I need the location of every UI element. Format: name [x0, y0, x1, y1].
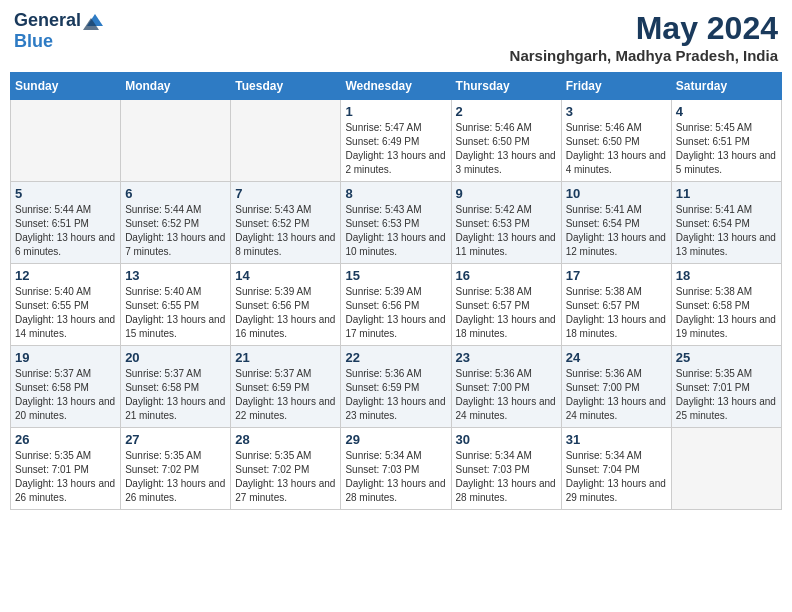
calendar-cell: 16Sunrise: 5:38 AMSunset: 6:57 PMDayligh… — [451, 264, 561, 346]
cell-info: Sunrise: 5:40 AMSunset: 6:55 PMDaylight:… — [15, 285, 116, 341]
calendar-cell: 8Sunrise: 5:43 AMSunset: 6:53 PMDaylight… — [341, 182, 451, 264]
cell-info: Sunrise: 5:41 AMSunset: 6:54 PMDaylight:… — [566, 203, 667, 259]
calendar-cell: 10Sunrise: 5:41 AMSunset: 6:54 PMDayligh… — [561, 182, 671, 264]
day-number: 6 — [125, 186, 226, 201]
calendar-cell: 19Sunrise: 5:37 AMSunset: 6:58 PMDayligh… — [11, 346, 121, 428]
cell-info: Sunrise: 5:43 AMSunset: 6:53 PMDaylight:… — [345, 203, 446, 259]
day-number: 20 — [125, 350, 226, 365]
day-number: 26 — [15, 432, 116, 447]
cell-info: Sunrise: 5:36 AMSunset: 7:00 PMDaylight:… — [456, 367, 557, 423]
day-number: 5 — [15, 186, 116, 201]
calendar-cell: 24Sunrise: 5:36 AMSunset: 7:00 PMDayligh… — [561, 346, 671, 428]
calendar-table: SundayMondayTuesdayWednesdayThursdayFrid… — [10, 72, 782, 510]
cell-info: Sunrise: 5:37 AMSunset: 6:58 PMDaylight:… — [15, 367, 116, 423]
calendar-cell: 13Sunrise: 5:40 AMSunset: 6:55 PMDayligh… — [121, 264, 231, 346]
cell-info: Sunrise: 5:40 AMSunset: 6:55 PMDaylight:… — [125, 285, 226, 341]
cell-info: Sunrise: 5:43 AMSunset: 6:52 PMDaylight:… — [235, 203, 336, 259]
page-header: General Blue May 2024 Narsinghgarh, Madh… — [10, 10, 782, 64]
calendar-cell: 27Sunrise: 5:35 AMSunset: 7:02 PMDayligh… — [121, 428, 231, 510]
cell-info: Sunrise: 5:34 AMSunset: 7:03 PMDaylight:… — [345, 449, 446, 505]
cell-info: Sunrise: 5:35 AMSunset: 7:02 PMDaylight:… — [125, 449, 226, 505]
cell-info: Sunrise: 5:34 AMSunset: 7:03 PMDaylight:… — [456, 449, 557, 505]
calendar-header-row: SundayMondayTuesdayWednesdayThursdayFrid… — [11, 73, 782, 100]
calendar-cell: 2Sunrise: 5:46 AMSunset: 6:50 PMDaylight… — [451, 100, 561, 182]
day-number: 23 — [456, 350, 557, 365]
day-number: 12 — [15, 268, 116, 283]
cell-info: Sunrise: 5:44 AMSunset: 6:52 PMDaylight:… — [125, 203, 226, 259]
calendar-cell: 26Sunrise: 5:35 AMSunset: 7:01 PMDayligh… — [11, 428, 121, 510]
cell-info: Sunrise: 5:35 AMSunset: 7:01 PMDaylight:… — [676, 367, 777, 423]
cell-info: Sunrise: 5:37 AMSunset: 6:58 PMDaylight:… — [125, 367, 226, 423]
cell-info: Sunrise: 5:39 AMSunset: 6:56 PMDaylight:… — [235, 285, 336, 341]
calendar-cell: 12Sunrise: 5:40 AMSunset: 6:55 PMDayligh… — [11, 264, 121, 346]
calendar-cell: 29Sunrise: 5:34 AMSunset: 7:03 PMDayligh… — [341, 428, 451, 510]
day-number: 21 — [235, 350, 336, 365]
day-of-week-header: Saturday — [671, 73, 781, 100]
calendar-cell: 1Sunrise: 5:47 AMSunset: 6:49 PMDaylight… — [341, 100, 451, 182]
calendar-cell — [11, 100, 121, 182]
calendar-cell: 7Sunrise: 5:43 AMSunset: 6:52 PMDaylight… — [231, 182, 341, 264]
day-number: 14 — [235, 268, 336, 283]
location-subtitle: Narsinghgarh, Madhya Pradesh, India — [510, 47, 778, 64]
calendar-cell: 6Sunrise: 5:44 AMSunset: 6:52 PMDaylight… — [121, 182, 231, 264]
day-number: 24 — [566, 350, 667, 365]
day-number: 27 — [125, 432, 226, 447]
day-number: 18 — [676, 268, 777, 283]
title-section: May 2024 Narsinghgarh, Madhya Pradesh, I… — [510, 10, 778, 64]
day-of-week-header: Wednesday — [341, 73, 451, 100]
calendar-cell: 5Sunrise: 5:44 AMSunset: 6:51 PMDaylight… — [11, 182, 121, 264]
cell-info: Sunrise: 5:35 AMSunset: 7:01 PMDaylight:… — [15, 449, 116, 505]
day-number: 9 — [456, 186, 557, 201]
month-year-title: May 2024 — [510, 10, 778, 47]
cell-info: Sunrise: 5:42 AMSunset: 6:53 PMDaylight:… — [456, 203, 557, 259]
calendar-week-row: 12Sunrise: 5:40 AMSunset: 6:55 PMDayligh… — [11, 264, 782, 346]
day-number: 16 — [456, 268, 557, 283]
cell-info: Sunrise: 5:38 AMSunset: 6:58 PMDaylight:… — [676, 285, 777, 341]
calendar-cell: 14Sunrise: 5:39 AMSunset: 6:56 PMDayligh… — [231, 264, 341, 346]
cell-info: Sunrise: 5:36 AMSunset: 6:59 PMDaylight:… — [345, 367, 446, 423]
day-number: 25 — [676, 350, 777, 365]
calendar-cell: 15Sunrise: 5:39 AMSunset: 6:56 PMDayligh… — [341, 264, 451, 346]
logo-icon — [83, 12, 105, 30]
day-number: 31 — [566, 432, 667, 447]
day-number: 3 — [566, 104, 667, 119]
calendar-week-row: 1Sunrise: 5:47 AMSunset: 6:49 PMDaylight… — [11, 100, 782, 182]
day-number: 4 — [676, 104, 777, 119]
calendar-cell: 3Sunrise: 5:46 AMSunset: 6:50 PMDaylight… — [561, 100, 671, 182]
cell-info: Sunrise: 5:46 AMSunset: 6:50 PMDaylight:… — [456, 121, 557, 177]
day-number: 13 — [125, 268, 226, 283]
calendar-week-row: 26Sunrise: 5:35 AMSunset: 7:01 PMDayligh… — [11, 428, 782, 510]
calendar-cell: 20Sunrise: 5:37 AMSunset: 6:58 PMDayligh… — [121, 346, 231, 428]
cell-info: Sunrise: 5:44 AMSunset: 6:51 PMDaylight:… — [15, 203, 116, 259]
calendar-cell: 31Sunrise: 5:34 AMSunset: 7:04 PMDayligh… — [561, 428, 671, 510]
logo-general-text: General — [14, 10, 81, 31]
cell-info: Sunrise: 5:38 AMSunset: 6:57 PMDaylight:… — [566, 285, 667, 341]
cell-info: Sunrise: 5:36 AMSunset: 7:00 PMDaylight:… — [566, 367, 667, 423]
calendar-cell: 4Sunrise: 5:45 AMSunset: 6:51 PMDaylight… — [671, 100, 781, 182]
calendar-cell: 25Sunrise: 5:35 AMSunset: 7:01 PMDayligh… — [671, 346, 781, 428]
day-number: 7 — [235, 186, 336, 201]
calendar-cell — [121, 100, 231, 182]
calendar-week-row: 19Sunrise: 5:37 AMSunset: 6:58 PMDayligh… — [11, 346, 782, 428]
calendar-cell: 9Sunrise: 5:42 AMSunset: 6:53 PMDaylight… — [451, 182, 561, 264]
day-number: 17 — [566, 268, 667, 283]
cell-info: Sunrise: 5:35 AMSunset: 7:02 PMDaylight:… — [235, 449, 336, 505]
day-number: 15 — [345, 268, 446, 283]
day-of-week-header: Friday — [561, 73, 671, 100]
calendar-cell: 11Sunrise: 5:41 AMSunset: 6:54 PMDayligh… — [671, 182, 781, 264]
day-of-week-header: Thursday — [451, 73, 561, 100]
cell-info: Sunrise: 5:38 AMSunset: 6:57 PMDaylight:… — [456, 285, 557, 341]
day-number: 28 — [235, 432, 336, 447]
calendar-cell: 17Sunrise: 5:38 AMSunset: 6:57 PMDayligh… — [561, 264, 671, 346]
day-number: 10 — [566, 186, 667, 201]
cell-info: Sunrise: 5:39 AMSunset: 6:56 PMDaylight:… — [345, 285, 446, 341]
cell-info: Sunrise: 5:37 AMSunset: 6:59 PMDaylight:… — [235, 367, 336, 423]
calendar-cell: 22Sunrise: 5:36 AMSunset: 6:59 PMDayligh… — [341, 346, 451, 428]
day-number: 30 — [456, 432, 557, 447]
day-of-week-header: Monday — [121, 73, 231, 100]
calendar-cell: 18Sunrise: 5:38 AMSunset: 6:58 PMDayligh… — [671, 264, 781, 346]
calendar-week-row: 5Sunrise: 5:44 AMSunset: 6:51 PMDaylight… — [11, 182, 782, 264]
logo: General Blue — [14, 10, 105, 52]
day-number: 11 — [676, 186, 777, 201]
cell-info: Sunrise: 5:47 AMSunset: 6:49 PMDaylight:… — [345, 121, 446, 177]
